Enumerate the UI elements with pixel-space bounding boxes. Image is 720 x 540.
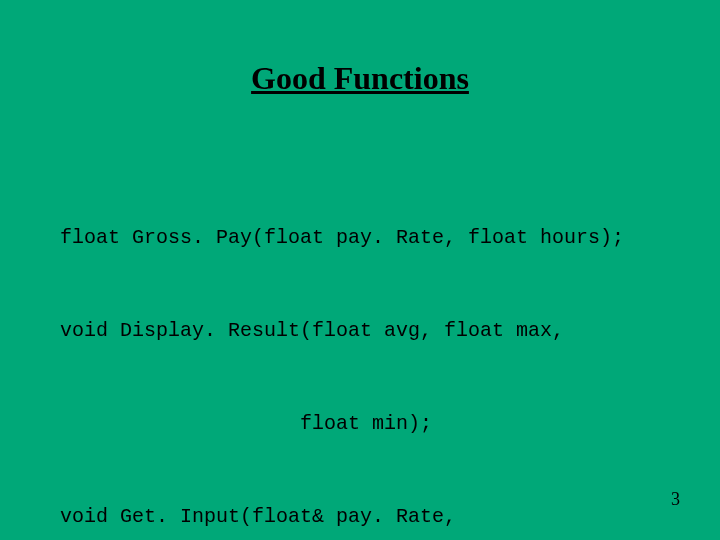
code-line: void Get. Input(float& pay. Rate, — [60, 501, 624, 532]
code-block: float Gross. Pay(float pay. Rate, float … — [60, 160, 624, 540]
code-line: float min); — [60, 408, 624, 439]
slide: Good Functions float Gross. Pay(float pa… — [0, 0, 720, 540]
slide-title: Good Functions — [0, 60, 720, 97]
page-number: 3 — [671, 489, 680, 510]
code-line: void Display. Result(float avg, float ma… — [60, 315, 624, 346]
code-line: float Gross. Pay(float pay. Rate, float … — [60, 222, 624, 253]
